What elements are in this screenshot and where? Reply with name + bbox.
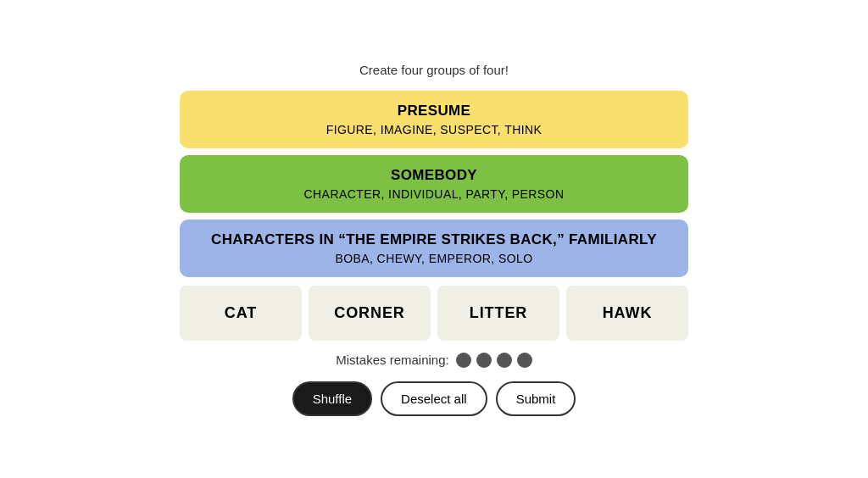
tile-hawk[interactable]: HAWK xyxy=(566,286,688,341)
mistakes-row: Mistakes remaining: xyxy=(336,353,531,368)
group-blue: CHARACTERS IN “THE EMPIRE STRIKES BACK,”… xyxy=(180,220,688,277)
tile-corner[interactable]: CORNER xyxy=(309,286,431,341)
group-green: SOMEBODY CHARACTER, INDIVIDUAL, PARTY, P… xyxy=(180,155,688,213)
mistake-dot-3 xyxy=(497,353,512,368)
action-buttons: Shuffle Deselect all Submit xyxy=(292,381,576,416)
deselect-button[interactable]: Deselect all xyxy=(381,381,487,416)
shuffle-button[interactable]: Shuffle xyxy=(292,381,372,416)
game-container: Create four groups of four! PRESUME FIGU… xyxy=(180,63,688,416)
group-yellow-members: FIGURE, IMAGINE, SUSPECT, THINK xyxy=(197,123,671,136)
mistake-dot-1 xyxy=(456,353,471,368)
submit-button[interactable]: Submit xyxy=(496,381,576,416)
tile-litter[interactable]: LITTER xyxy=(437,286,559,341)
group-yellow: PRESUME FIGURE, IMAGINE, SUSPECT, THINK xyxy=(180,91,688,148)
group-green-title: SOMEBODY xyxy=(197,167,671,184)
subtitle: Create four groups of four! xyxy=(359,63,509,77)
group-blue-members: BOBA, CHEWY, EMPEROR, SOLO xyxy=(197,252,671,265)
group-green-members: CHARACTER, INDIVIDUAL, PARTY, PERSON xyxy=(197,187,671,201)
group-blue-title: CHARACTERS IN “THE EMPIRE STRIKES BACK,”… xyxy=(197,231,671,248)
word-tiles-grid: CAT CORNER LITTER HAWK xyxy=(180,286,688,341)
mistakes-label: Mistakes remaining: xyxy=(336,353,448,367)
groups-area: PRESUME FIGURE, IMAGINE, SUSPECT, THINK … xyxy=(180,91,688,277)
tile-cat[interactable]: CAT xyxy=(180,286,302,341)
dot-container xyxy=(456,353,532,368)
mistake-dot-2 xyxy=(476,353,492,368)
group-yellow-title: PRESUME xyxy=(197,103,671,119)
mistake-dot-4 xyxy=(517,353,532,368)
